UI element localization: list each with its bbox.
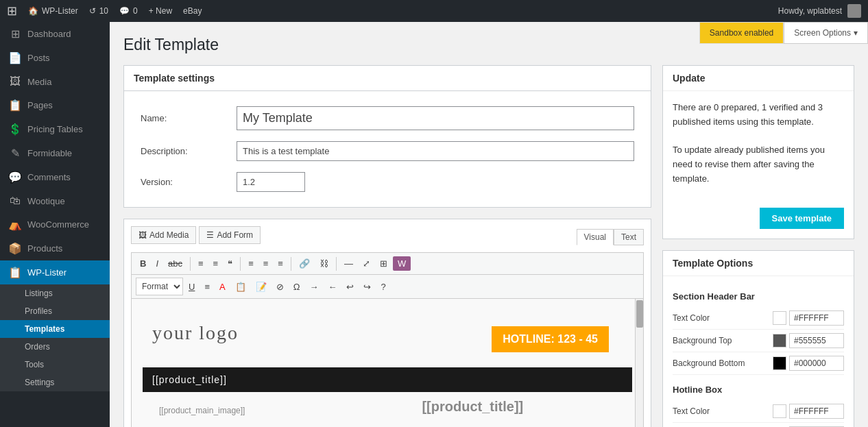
preview-header-row: your logo HOTLINE: 123 - 45 — [152, 313, 623, 354]
background-top-label: Background Top — [673, 336, 732, 345]
name-input[interactable] — [237, 106, 634, 130]
paste-text-button[interactable]: 📋 — [231, 279, 250, 295]
ol-button[interactable]: ≡ — [209, 256, 223, 271]
updates-count[interactable]: ↺ 10 — [89, 6, 108, 16]
background-top-row: Background Top — [673, 330, 844, 352]
woo-button[interactable]: W — [393, 256, 411, 271]
insert-more-button[interactable]: — — [340, 256, 357, 271]
sidebar-item-dashboard[interactable]: ⊞Dashboard — [0, 22, 110, 46]
section-header-label: Section Header Bar — [673, 291, 844, 302]
text-color-label: Text Color — [673, 313, 710, 323]
sidebar-item-media[interactable]: 🖼Media — [0, 70, 110, 93]
visual-tab[interactable]: Visual — [577, 229, 614, 245]
user-greeting: Howdy, wplabtest — [778, 6, 842, 16]
add-media-button[interactable]: 🖼 Add Media — [131, 226, 196, 244]
description-input[interactable] — [237, 141, 634, 161]
align-center-button[interactable]: ≡ — [259, 256, 273, 271]
link-button[interactable]: 🔗 — [295, 256, 314, 271]
chevron-down-icon: ▾ — [854, 28, 858, 38]
text-color-button[interactable]: A — [215, 279, 230, 295]
sidebar-item-posts[interactable]: 📄Posts — [0, 46, 110, 70]
sidebar-item-woocommerce[interactable]: ⛺WooCommerce — [0, 212, 110, 236]
background-bottom-swatch[interactable] — [773, 356, 786, 370]
sidebar-item-formidable[interactable]: ✎Formidable — [0, 141, 110, 165]
update-body: There are 0 prepared, 1 verified and 3 p… — [663, 91, 854, 239]
template-settings-heading: Template settings — [124, 66, 651, 91]
dashboard-icon: ⊞ — [8, 27, 22, 40]
hotline-text-color-swatch[interactable] — [773, 404, 786, 418]
template-settings-body: Name: Description: Version: — [124, 91, 651, 207]
divider2 — [240, 257, 241, 271]
save-template-button[interactable]: Save template — [760, 208, 844, 229]
sidebar-item-wp-lister[interactable]: 📋WP-Lister Listings Profiles Templates O… — [0, 260, 110, 391]
editor-tabs: Visual Text — [577, 229, 644, 245]
background-bottom-input[interactable] — [789, 356, 844, 371]
media-icon: 🖼 — [138, 230, 147, 240]
hotline-text-color-field — [773, 404, 844, 419]
editor-preview: your logo HOTLINE: 123 - 45 [[product_ti… — [132, 299, 643, 427]
ul-button[interactable]: ≡ — [194, 256, 208, 271]
main-content: Edit Template Template settings Name: De… — [110, 22, 868, 427]
wootique-icon: 🛍 — [8, 195, 22, 207]
outdent-button[interactable]: ← — [324, 279, 341, 295]
underline-button[interactable]: U — [184, 279, 199, 295]
media-buttons: 🖼 Add Media ☰ Add Form — [131, 226, 261, 244]
redo-button[interactable]: ↪ — [359, 279, 375, 295]
woocommerce-icon: ⛺ — [8, 218, 22, 231]
sidebar-item-products[interactable]: 📦Products — [0, 236, 110, 260]
background-top-swatch[interactable] — [773, 334, 786, 347]
sidebar-item-listings[interactable]: Listings — [0, 284, 110, 302]
ebay-link[interactable]: eBay — [183, 6, 202, 16]
italic-button[interactable]: I — [152, 256, 162, 271]
text-tab[interactable]: Text — [614, 229, 644, 245]
align-right-button[interactable]: ≡ — [274, 256, 287, 271]
sidebar-item-tools[interactable]: Tools — [0, 356, 110, 374]
align-left-button[interactable]: ≡ — [244, 256, 258, 271]
media-icon: 🖼 — [8, 75, 22, 88]
paste-word-button[interactable]: 📝 — [252, 279, 271, 295]
fullscreen-button[interactable]: ⤢ — [359, 256, 374, 271]
add-form-button[interactable]: ☰ Add Form — [199, 226, 261, 244]
sidebar-item-settings[interactable]: Settings — [0, 374, 110, 391]
indent-button[interactable]: → — [305, 279, 322, 295]
special-char-button[interactable]: Ω — [289, 279, 304, 295]
screen-options-button[interactable]: Screen Options ▾ — [784, 22, 868, 44]
form-icon: ☰ — [206, 230, 214, 240]
site-name[interactable]: 🏠 WP-Lister — [28, 6, 78, 16]
sidebar-item-pages[interactable]: 📋Pages — [0, 93, 110, 117]
admin-bar: ⊞ 🏠 WP-Lister ↺ 10 💬 0 + New eBay Howdy,… — [0, 0, 868, 22]
bold-button[interactable]: B — [136, 256, 150, 271]
sidebar-item-orders[interactable]: Orders — [0, 338, 110, 356]
avatar — [847, 4, 861, 18]
wp-logo[interactable]: ⊞ — [7, 3, 17, 19]
editor-area[interactable]: your logo HOTLINE: 123 - 45 [[product_ti… — [131, 298, 644, 427]
editor-scrollbar[interactable] — [635, 299, 643, 427]
sidebar-item-templates[interactable]: Templates — [0, 320, 110, 338]
sidebar-item-comments[interactable]: 💬Comments — [0, 165, 110, 189]
help-button[interactable]: ? — [376, 279, 389, 295]
blockquote-button[interactable]: ❝ — [224, 256, 237, 271]
wp-lister-submenu: Listings Profiles Templates Orders Tools… — [0, 284, 110, 391]
sidebar-item-pricing-tables[interactable]: 💲Pricing Tables — [0, 117, 110, 141]
sidebar-item-profiles[interactable]: Profiles — [0, 302, 110, 320]
comments-count[interactable]: 💬 0 — [119, 6, 138, 16]
new-button[interactable]: + New — [149, 6, 172, 16]
table-button[interactable]: ⊞ — [376, 256, 391, 271]
background-top-input[interactable] — [789, 333, 844, 348]
version-input[interactable] — [237, 172, 305, 192]
text-color-swatch[interactable] — [773, 311, 786, 325]
logo-text: your logo — [152, 322, 239, 344]
product-image-placeholder: [[product_main_image]] — [152, 399, 316, 422]
product-title-placeholder: [[product_title]] — [323, 399, 623, 415]
format-select[interactable]: Format — [136, 278, 183, 295]
text-color-input[interactable] — [789, 310, 844, 326]
clear-format-button[interactable]: ⊘ — [272, 279, 288, 295]
template-settings-box: Template settings Name: Description: Ver… — [123, 65, 651, 208]
sidebar-item-wootique[interactable]: 🛍Wootique — [0, 189, 110, 212]
justify-button[interactable]: ≡ — [200, 279, 214, 295]
undo-button[interactable]: ↩ — [342, 279, 358, 295]
strikethrough-button[interactable]: abc — [164, 256, 186, 271]
hotline-text-color-input[interactable] — [789, 404, 844, 419]
unlink-button[interactable]: ⛓ — [315, 256, 333, 271]
description-label: Description: — [141, 146, 188, 156]
